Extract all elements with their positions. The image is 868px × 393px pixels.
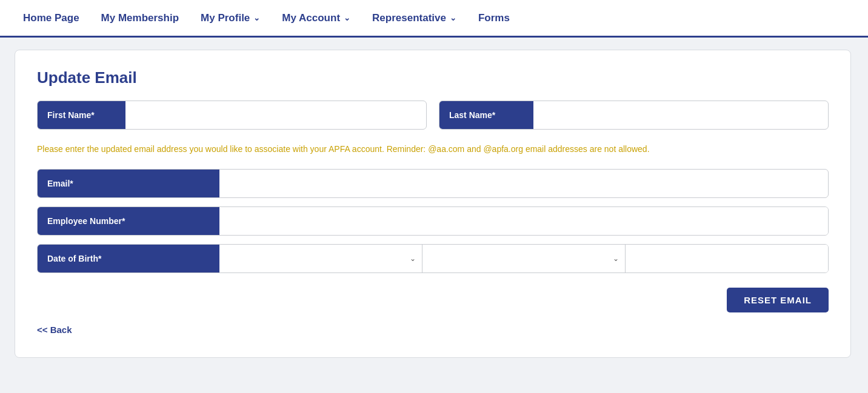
nav-forms[interactable]: Forms (467, 0, 521, 36)
notice-text: Please enter the updated email address y… (37, 143, 829, 156)
main-content: Update Email First Name* Last Name* (0, 38, 868, 370)
dob-year-input[interactable] (626, 245, 828, 272)
dob-selects: January February March April May June Ju… (219, 245, 828, 272)
dob-day-wrapper: 12345 678910 1112131415 1617181920 21222… (422, 245, 626, 272)
email-input[interactable] (219, 170, 821, 197)
last-name-label: Last Name* (439, 101, 533, 129)
dob-day-select[interactable]: 12345 678910 1112131415 1617181920 21222… (422, 245, 625, 272)
main-nav: Home Page My Membership My Profile ⌄ My … (0, 0, 868, 38)
back-link[interactable]: << Back (37, 325, 72, 335)
employee-number-input[interactable] (219, 207, 828, 235)
button-row: RESET EMAIL (37, 288, 829, 312)
page-title: Update Email (37, 68, 829, 87)
nav-my-account[interactable]: My Account ⌄ (271, 0, 361, 36)
last-name-field-group: Last Name* (439, 101, 829, 130)
employee-number-field-group: Employee Number* (37, 206, 829, 236)
dob-month-select[interactable]: January February March April May June Ju… (219, 245, 422, 272)
dob-year-wrapper (626, 245, 828, 272)
nav-my-membership[interactable]: My Membership (90, 0, 190, 36)
reset-email-button[interactable]: RESET EMAIL (727, 288, 829, 312)
dob-label: Date of Birth* (38, 245, 219, 272)
my-profile-chevron-icon: ⌄ (253, 13, 260, 22)
last-name-input[interactable] (533, 101, 821, 129)
first-name-field-group: First Name* (37, 101, 427, 130)
dob-month-wrapper: January February March April May June Ju… (219, 245, 422, 272)
first-name-input[interactable] (125, 101, 419, 129)
nav-home-page[interactable]: Home Page (12, 0, 90, 36)
employee-number-label: Employee Number* (38, 207, 219, 235)
my-account-chevron-icon: ⌄ (344, 13, 350, 22)
name-row: First Name* Last Name* (37, 101, 829, 130)
nav-my-profile[interactable]: My Profile ⌄ (190, 0, 271, 36)
first-name-label: First Name* (38, 101, 125, 129)
email-field-group: Email* (37, 169, 829, 198)
nav-representative[interactable]: Representative ⌄ (361, 0, 467, 36)
update-email-card: Update Email First Name* Last Name* (15, 50, 851, 358)
dob-field-group: Date of Birth* January February March Ap… (37, 244, 829, 273)
representative-chevron-icon: ⌄ (450, 13, 456, 22)
email-label: Email* (38, 170, 219, 197)
